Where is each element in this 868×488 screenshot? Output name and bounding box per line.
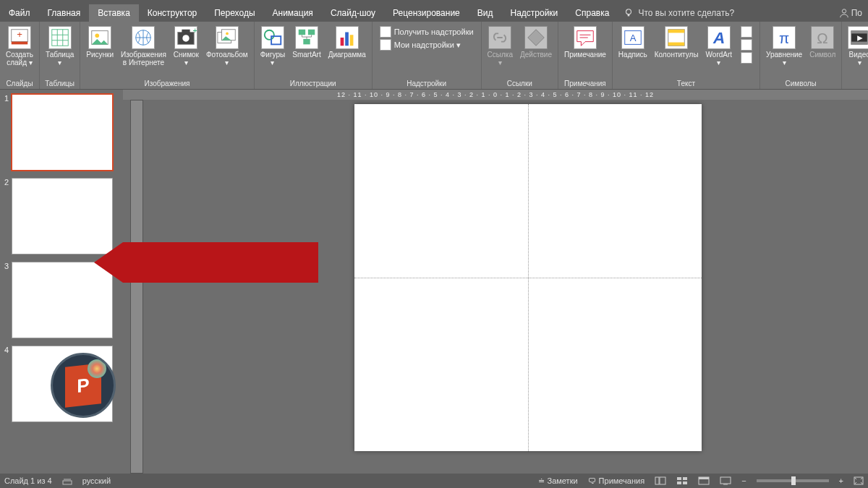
language-indicator[interactable]: русский — [82, 476, 111, 485]
date-time-icon[interactable] — [741, 26, 752, 38]
slide-thumbnail-1[interactable]: 1 — [1, 94, 122, 171]
object-icon[interactable] — [741, 52, 752, 64]
menu-tab-анимация[interactable]: Анимация — [264, 4, 322, 22]
horizontal-ruler: 12 · 11 · 10 · 9 · 8 · 7 · 6 · 5 · 4 · 3… — [123, 90, 868, 100]
zoom-in-button[interactable]: + — [839, 476, 843, 485]
ribbon-symbol-button[interactable]: ΩСимвол — [807, 23, 838, 59]
group-label: Символы — [786, 79, 817, 89]
palette-icon — [88, 359, 106, 378]
ribbon: +Создать слайд ▾СлайдыТаблица ▾ТаблицыРи… — [0, 22, 868, 90]
svg-rect-6 — [51, 30, 68, 46]
pictures-icon — [88, 26, 111, 49]
comments-button[interactable]: 🗨 Примечания — [588, 476, 645, 485]
group-label: Примечания — [564, 79, 606, 89]
chart-icon — [336, 26, 359, 49]
online-pictures-icon — [132, 26, 155, 49]
slideshow-view-button[interactable] — [720, 476, 731, 485]
svg-rect-4 — [12, 42, 28, 45]
svg-text:A: A — [712, 29, 725, 47]
ribbon-link-button[interactable]: Ссылка ▾ — [485, 23, 516, 67]
svg-point-2 — [842, 9, 846, 13]
svg-text:π: π — [779, 30, 789, 46]
horizontal-guide — [354, 278, 702, 278]
slide-canvas[interactable] — [354, 104, 702, 451]
svg-text:Ω: Ω — [817, 30, 827, 46]
reading-view-button[interactable] — [698, 476, 710, 485]
svg-point-12 — [183, 35, 190, 41]
slide-number-icon[interactable] — [741, 39, 752, 51]
ribbon-shapes-button[interactable]: Фигуры ▾ — [258, 23, 288, 67]
link-icon — [488, 26, 511, 49]
svg-rect-38 — [63, 481, 72, 484]
sorter-view-button[interactable] — [676, 476, 688, 485]
ribbon-video-button[interactable]: Видео ▾ — [845, 23, 868, 67]
svg-rect-47 — [720, 477, 731, 484]
notes-button[interactable]: ≐ Заметки — [538, 476, 578, 486]
menu-bar: ФайлГлавнаяВставкаКонструкторПереходыАни… — [0, 4, 868, 22]
screenshot-icon: + — [174, 26, 197, 49]
ribbon-comment-button[interactable]: Примечание — [561, 23, 609, 59]
ribbon-group-иллюстрации: Фигуры ▾SmartArtДиаграммаИллюстрации — [255, 22, 373, 89]
ribbon-header-footer-button[interactable]: Колонтитулы — [652, 23, 702, 59]
ribbon-chart-button[interactable]: Диаграмма — [326, 23, 369, 59]
menu-tab-файл[interactable]: Файл — [0, 4, 39, 22]
svg-rect-19 — [299, 30, 305, 35]
equation-icon: π — [773, 26, 796, 49]
tell-me-search[interactable]: Что вы хотите сделать? — [624, 4, 734, 22]
vertical-ruler — [130, 100, 143, 474]
slide-counter[interactable]: Слайд 1 из 4 — [4, 476, 52, 485]
symbol-icon: Ω — [811, 26, 834, 49]
svg-rect-40 — [660, 477, 665, 484]
group-label: Текст — [677, 79, 695, 89]
ribbon-screenshot-button[interactable]: +Снимок ▾ — [171, 23, 202, 67]
normal-view-button[interactable] — [655, 476, 666, 485]
svg-text:+: + — [193, 26, 197, 35]
svg-rect-20 — [308, 30, 315, 35]
spellcheck-icon[interactable] — [62, 476, 72, 485]
ribbon-pictures-button[interactable]: Рисунки — [83, 23, 116, 59]
menu-tab-справка[interactable]: Справка — [566, 4, 618, 22]
svg-rect-29 — [668, 43, 685, 46]
svg-text:+: + — [17, 29, 22, 40]
ribbon-action-button[interactable]: Действие — [517, 23, 555, 59]
group-label: Изображения — [145, 79, 190, 89]
ribbon-wordart-button[interactable]: AWordArt ▾ — [703, 23, 736, 67]
ribbon-my-addins[interactable]: Мои надстройки ▾ — [380, 39, 474, 51]
menu-tab-слайд-шоу[interactable]: Слайд-шоу — [322, 4, 384, 22]
store-icon — [380, 26, 391, 38]
ribbon-online-pictures-button[interactable]: Изображения в Интернете — [118, 23, 169, 67]
menu-tab-переходы[interactable]: Переходы — [205, 4, 263, 22]
zoom-out-button[interactable]: − — [741, 476, 746, 485]
account-button[interactable]: По — [833, 4, 868, 22]
svg-rect-44 — [683, 481, 687, 484]
menu-tab-вставка[interactable]: Вставка — [89, 4, 139, 22]
fit-window-button[interactable] — [854, 476, 864, 485]
svg-rect-43 — [677, 481, 681, 484]
menu-tab-конструктор[interactable]: Конструктор — [139, 4, 205, 22]
group-label: Надстройки — [407, 79, 446, 89]
ribbon-new-slide-button[interactable]: +Создать слайд ▾ — [3, 23, 36, 67]
ribbon-photo-album-button[interactable]: Фотоальбом ▾ — [203, 23, 251, 67]
svg-point-0 — [626, 9, 631, 14]
tell-me-label: Что вы хотите сделать? — [638, 8, 734, 18]
svg-rect-34 — [851, 31, 868, 34]
ribbon-smartart-button[interactable]: SmartArt — [289, 23, 323, 59]
red-arrow-annotation — [94, 242, 318, 283]
ribbon-store[interactable]: Получить надстройки — [380, 26, 474, 38]
svg-rect-35 — [851, 42, 868, 45]
menu-tab-вид[interactable]: Вид — [469, 4, 502, 22]
ribbon-group-надстройки: Получить надстройкиМои надстройки ▾Надст… — [373, 22, 482, 89]
svg-rect-39 — [655, 477, 659, 484]
zoom-slider[interactable] — [757, 479, 829, 482]
status-bar: Слайд 1 из 4 русский ≐ Заметки 🗨 Примеча… — [0, 474, 868, 488]
new-slide-icon: + — [8, 26, 31, 49]
ribbon-group-мультимедиа: Видео ▾Звук ▾Запись экранаМультимедиа — [842, 22, 868, 89]
menu-tab-главная[interactable]: Главная — [39, 4, 90, 22]
menu-tab-надстройки[interactable]: Надстройки — [501, 4, 566, 22]
my-addins-icon — [380, 39, 391, 51]
menu-tab-рецензирование[interactable]: Рецензирование — [384, 4, 469, 22]
lightbulb-icon — [624, 8, 634, 18]
ribbon-equation-button[interactable]: πУравнение ▾ — [763, 23, 805, 67]
ribbon-textbox-button[interactable]: AНадпись — [616, 23, 650, 59]
ribbon-table-button[interactable]: Таблица ▾ — [43, 23, 77, 67]
